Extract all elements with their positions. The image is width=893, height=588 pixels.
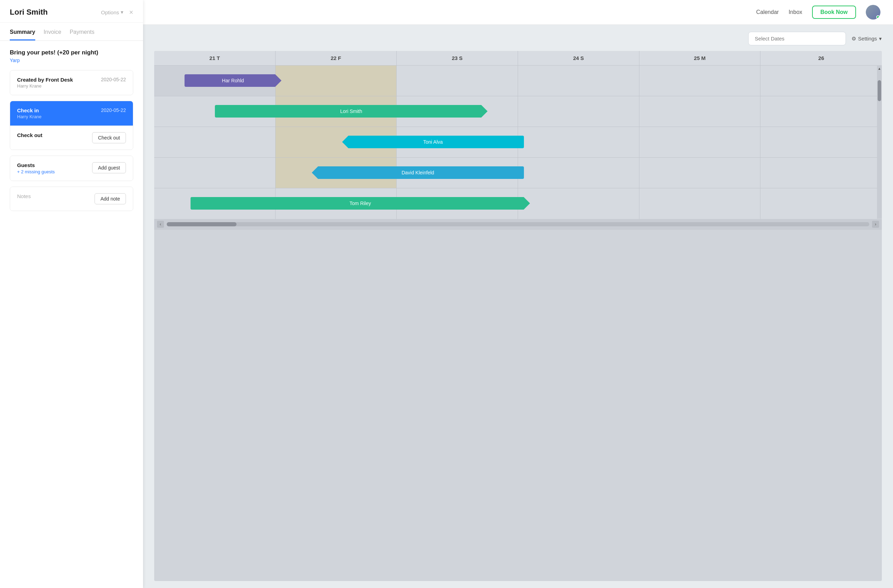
scroll-thumb-vertical — [878, 80, 881, 101]
guests-info: Guests + 2 missing guests — [17, 162, 55, 174]
cal-cell-4-4 — [639, 188, 761, 219]
calendar-area: ⚙ Settings ▾ 21 T 22 F 23 S 24 S 25 M 26 — [143, 25, 893, 588]
booking-bar-lori-smith[interactable]: Lori Smith — [215, 105, 488, 117]
booking-bar-toni-alva[interactable]: Toni Alva — [342, 136, 524, 148]
booking-title: Lori Smith — [10, 8, 48, 17]
chevron-down-icon: ▾ — [879, 36, 882, 42]
avatar[interactable] — [866, 5, 881, 20]
cal-header-22F: 22 F — [275, 51, 397, 65]
right-panel: Calendar Inbox Book Now ⚙ Settings ▾ 21 … — [143, 0, 893, 588]
add-guest-button[interactable]: Add guest — [92, 162, 126, 173]
checkin-info: Check in Harry Krane — [17, 107, 42, 119]
cal-cell-2-3 — [518, 127, 639, 158]
cal-cell-0-4 — [639, 66, 761, 96]
checkin-date: 2020-05-22 — [101, 107, 126, 113]
checkin-person: Harry Krane — [17, 114, 42, 119]
chevron-down-icon: ▾ — [121, 9, 123, 15]
booking-info-subtitle: Yarp — [10, 57, 133, 63]
calendar-nav-link[interactable]: Calendar — [756, 9, 779, 15]
booking-bar-har-rohld[interactable]: Har Rohld — [185, 74, 281, 87]
cal-header-25M: 25 M — [639, 51, 761, 65]
notes-label: Notes — [17, 193, 31, 199]
checkin-row: Check in Harry Krane 2020-05-22 — [10, 101, 133, 126]
options-label: Options — [101, 9, 119, 15]
book-now-button[interactable]: Book Now — [812, 6, 856, 19]
cal-cell-4-5 — [761, 188, 882, 219]
created-by-info: Created by Front Desk Harry Krane — [17, 77, 73, 89]
gear-icon: ⚙ — [851, 36, 856, 42]
select-dates-input[interactable] — [748, 32, 846, 45]
cal-header-23S: 23 S — [397, 51, 518, 65]
calendar-header: 21 T 22 F 23 S 24 S 25 M 26 — [154, 51, 882, 65]
tab-payments[interactable]: Payments — [70, 23, 95, 41]
scroll-left-arrow[interactable]: ‹ — [157, 221, 164, 228]
cal-cell-0-2 — [397, 66, 518, 96]
scroll-track — [167, 222, 869, 226]
guests-row: Guests + 2 missing guests Add guest — [10, 156, 133, 180]
scroll-right-arrow[interactable]: › — [872, 221, 879, 228]
cal-cell-3-5 — [761, 158, 882, 188]
cal-cell-1-4 — [639, 96, 761, 127]
notes-card: Notes Add note — [10, 186, 133, 211]
checkout-row: Check out Check out — [10, 126, 133, 150]
checkin-label: Check in — [17, 107, 42, 113]
cal-cell-3-0 — [154, 158, 275, 188]
cal-cell-3-4 — [639, 158, 761, 188]
tab-summary[interactable]: Summary — [10, 23, 35, 41]
guests-label: Guests — [17, 162, 55, 168]
checkin-checkout-card: Check in Harry Krane 2020-05-22 Check ou… — [10, 101, 133, 150]
settings-label: Settings — [858, 36, 877, 42]
cal-cell-0-5 — [761, 66, 882, 96]
calendar-body: Har Rohld Lori Smith Toni Alva David Kle… — [154, 65, 882, 219]
notes-row: Notes Add note — [10, 187, 133, 211]
booking-bar-david-kleinfeld[interactable]: David Kleinfeld — [312, 166, 524, 179]
guests-card: Guests + 2 missing guests Add guest — [10, 156, 133, 181]
left-header: Lori Smith Options ▾ × — [0, 0, 143, 23]
left-content: Bring your pets! (+20 per night) Yarp Cr… — [0, 41, 143, 588]
cal-cell-2-4 — [639, 127, 761, 158]
inbox-nav-link[interactable]: Inbox — [789, 9, 802, 15]
cal-cell-2-5 — [761, 127, 882, 158]
checkout-button[interactable]: Check out — [92, 132, 126, 143]
booking-bar-tom-riley[interactable]: Tom Riley — [191, 197, 530, 210]
guests-missing: + 2 missing guests — [17, 169, 55, 174]
left-panel: Lori Smith Options ▾ × Summary Invoice P… — [0, 0, 143, 588]
created-by-label: Created by Front Desk — [17, 77, 73, 83]
cal-cell-2-0 — [154, 127, 275, 158]
header-actions: Options ▾ × — [101, 9, 133, 16]
created-date: 2020-05-22 — [101, 77, 126, 82]
scroll-thumb-horizontal — [167, 222, 236, 226]
cal-cell-1-5 — [761, 96, 882, 127]
cal-header-26: 26 — [761, 51, 882, 65]
created-by-card: Created by Front Desk Harry Krane 2020-0… — [10, 70, 133, 95]
close-button[interactable]: × — [129, 9, 133, 16]
booking-info-title: Bring your pets! (+20 per night) — [10, 49, 133, 56]
calendar-toolbar: ⚙ Settings ▾ — [154, 32, 882, 45]
created-by-row: Created by Front Desk Harry Krane 2020-0… — [10, 71, 133, 95]
avatar-online-dot — [876, 15, 880, 19]
created-by-person: Harry Krane — [17, 83, 73, 89]
settings-button[interactable]: ⚙ Settings ▾ — [851, 36, 882, 42]
cal-cell-0-1 — [275, 66, 397, 96]
cal-header-21T: 21 T — [154, 51, 275, 65]
checkout-label: Check out — [17, 132, 42, 138]
cal-cell-1-3 — [518, 96, 639, 127]
tabs-row: Summary Invoice Payments — [0, 23, 143, 41]
cal-header-24S: 24 S — [518, 51, 639, 65]
add-note-button[interactable]: Add note — [95, 193, 126, 205]
options-button[interactable]: Options ▾ — [101, 9, 124, 15]
horizontal-scrollbar-area: ‹ › — [154, 219, 882, 230]
cal-cell-0-3 — [518, 66, 639, 96]
cal-cell-3-3 — [518, 158, 639, 188]
scroll-up-arrow[interactable]: ▲ — [878, 65, 881, 72]
vertical-scrollbar[interactable]: ▲ — [877, 65, 882, 219]
tab-invoice[interactable]: Invoice — [44, 23, 62, 41]
top-nav: Calendar Inbox Book Now — [143, 0, 893, 25]
cal-cell-4-3 — [518, 188, 639, 219]
calendar-grid: 21 T 22 F 23 S 24 S 25 M 26 — [154, 51, 882, 581]
